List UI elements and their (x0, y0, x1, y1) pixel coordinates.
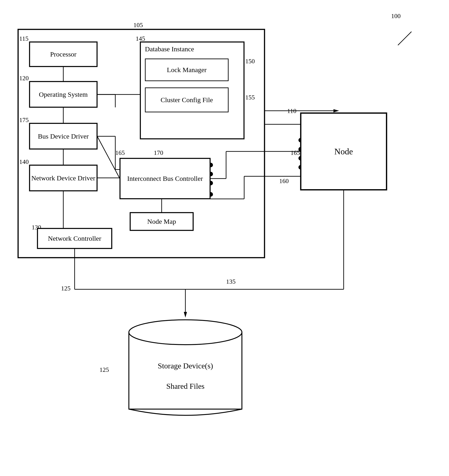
ref-170: 170 (154, 149, 163, 156)
ref-140: 140 (19, 158, 29, 165)
cluster-config-file-label: Cluster Config File (160, 96, 213, 104)
ref-165a: 165 (115, 149, 125, 156)
node-box: Node (301, 113, 386, 190)
diagram: 100 105 110 115 120 125 130 135 140 145 … (0, 0, 449, 476)
ref-160: 160 (279, 177, 289, 185)
cluster-config-file-box: Cluster Config File (145, 87, 228, 112)
node-map-box: Node Map (130, 212, 193, 231)
ref-125: 125 (61, 285, 71, 292)
ref-100: 100 (391, 12, 401, 20)
ref-150: 150 (245, 58, 255, 65)
ref-165b: 165 (290, 149, 300, 156)
network-device-driver-box: Network Device Driver (29, 165, 97, 191)
operating-system-label: Operating System (39, 91, 88, 98)
ref-125-label: 125 (99, 366, 109, 373)
svg-text:Storage Device(s): Storage Device(s) (158, 362, 213, 370)
ref-115: 115 (19, 35, 28, 42)
processor-box: Processor (29, 42, 97, 67)
ref-175: 175 (19, 116, 29, 124)
svg-text:Shared Files: Shared Files (166, 382, 204, 390)
operating-system-box: Operating System (29, 81, 97, 107)
ref-145: 145 (136, 35, 145, 42)
node-map-label: Node Map (147, 218, 176, 225)
storage-device-cylinder: Storage Device(s) Shared Files (127, 319, 244, 418)
ref-105: 105 (133, 22, 143, 29)
ref-120: 120 (19, 75, 29, 82)
lock-manager-box: Lock Manager (145, 58, 228, 81)
network-device-driver-label: Network Device Driver (31, 174, 95, 182)
interconnect-bus-controller-box: Interconnect Bus Controller (120, 158, 210, 199)
svg-marker-42 (334, 109, 339, 112)
ref-110: 110 (287, 107, 296, 115)
database-instance-label: Database Instance (145, 45, 194, 53)
svg-marker-32 (184, 312, 187, 317)
svg-point-51 (129, 320, 242, 345)
network-controller-label: Network Controller (48, 235, 101, 242)
processor-label: Processor (50, 51, 77, 58)
ref-135: 135 (226, 278, 236, 285)
lock-manager-label: Lock Manager (167, 66, 207, 74)
svg-line-15 (97, 136, 120, 179)
bus-device-driver-box: Bus Device Driver (29, 123, 97, 149)
interconnect-bus-controller-label: Interconnect Bus Controller (127, 175, 203, 182)
bus-device-driver-label: Bus Device Driver (38, 132, 89, 140)
ref-155: 155 (245, 94, 255, 101)
network-controller-box: Network Controller (37, 228, 112, 249)
node-label: Node (334, 147, 353, 156)
database-instance-box: Database Instance Lock Manager Cluster C… (140, 42, 244, 139)
